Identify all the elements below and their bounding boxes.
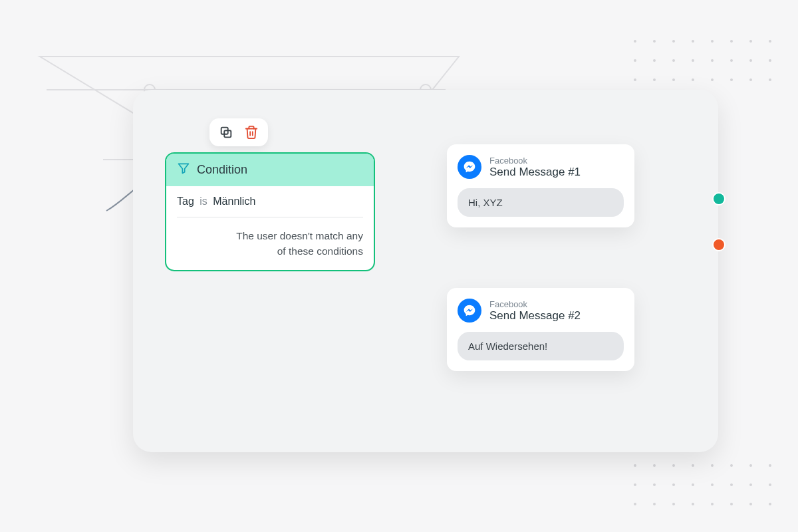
else-line1: The user doesn't match any <box>177 228 363 243</box>
trash-icon[interactable] <box>244 125 259 140</box>
decorative-dots <box>634 40 771 81</box>
message-body: Auf Wiedersehen! <box>458 332 624 360</box>
condition-rule[interactable]: Tag is Männlich <box>177 196 363 217</box>
rule-value: Männlich <box>213 196 255 207</box>
port-nomatch[interactable] <box>714 239 724 250</box>
message-header: Facebook Send Message #1 <box>458 155 624 179</box>
message-header: Facebook Send Message #2 <box>458 299 624 323</box>
message-body: Hi, XYZ <box>458 188 624 217</box>
condition-header: Condition <box>166 154 374 186</box>
node-toolbar <box>209 118 268 146</box>
condition-else: The user doesn't match any of these cond… <box>166 219 374 270</box>
message-channel: Facebook <box>489 299 581 309</box>
copy-icon[interactable] <box>219 125 233 140</box>
condition-title: Condition <box>197 163 247 177</box>
messenger-icon <box>458 299 481 323</box>
rule-subject: Tag <box>177 196 194 207</box>
message-title: Send Message #1 <box>489 166 581 179</box>
else-line2: of these conditions <box>177 243 363 259</box>
messenger-icon <box>458 155 481 179</box>
rule-operator: is <box>200 196 207 207</box>
port-match[interactable] <box>714 194 724 204</box>
filter-icon <box>177 162 190 178</box>
decorative-dots <box>634 464 771 505</box>
message-node-1[interactable]: Facebook Send Message #1 Hi, XYZ <box>447 144 634 227</box>
message-channel: Facebook <box>489 156 581 166</box>
condition-node[interactable]: Condition Tag is Männlich The user doesn… <box>165 152 375 271</box>
message-title: Send Message #2 <box>489 309 581 323</box>
condition-body: Tag is Männlich <box>166 186 374 219</box>
flow-canvas[interactable]: Condition Tag is Männlich The user doesn… <box>133 90 718 452</box>
message-node-2[interactable]: Facebook Send Message #2 Auf Wiedersehen… <box>447 288 634 371</box>
